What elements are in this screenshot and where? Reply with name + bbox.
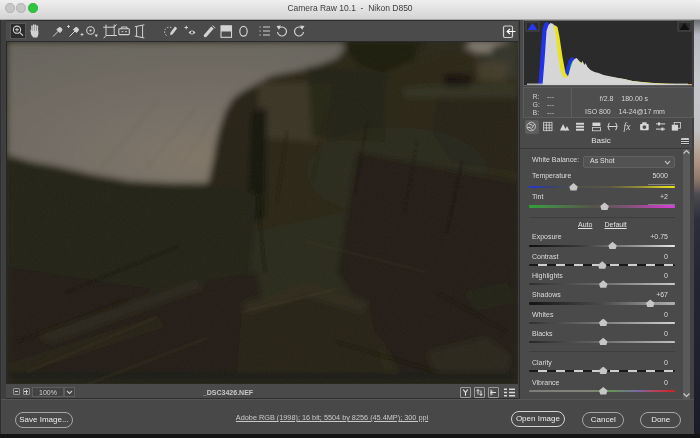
svg-text:fx: fx	[624, 122, 632, 132]
